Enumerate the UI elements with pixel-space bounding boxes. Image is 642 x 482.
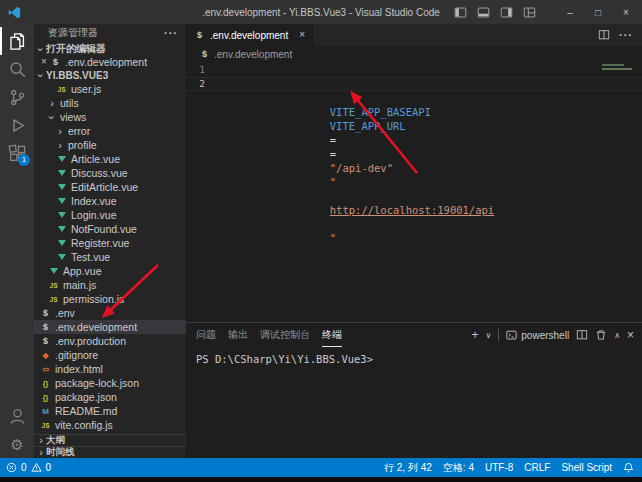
tree-item[interactable]: package-lock.json <box>34 376 186 390</box>
tree-item[interactable]: App.vue <box>34 264 186 278</box>
panel-tab[interactable]: 终端 <box>322 323 342 347</box>
maximize-button[interactable] <box>592 7 604 18</box>
open-editors-header[interactable]: 打开的编辑器 <box>34 42 186 56</box>
tree-item[interactable]: user.js <box>34 82 186 96</box>
cursor-position-indicator[interactable]: 行 2, 列 42 <box>384 461 432 475</box>
tree-item[interactable]: Register.vue <box>34 236 186 250</box>
file-name: Index.vue <box>71 195 117 207</box>
layout-controls <box>454 6 536 19</box>
minimap-line <box>602 64 624 66</box>
tree-item[interactable]: .env.production <box>34 334 186 348</box>
folder-chevron-icon <box>55 126 65 137</box>
activity-item-account[interactable] <box>0 402 34 430</box>
shell-selector[interactable]: powershell <box>506 330 569 341</box>
tree-item[interactable]: views <box>34 110 186 124</box>
language-mode-indicator[interactable]: Shell Script <box>561 462 612 473</box>
more-actions-icon[interactable] <box>164 27 178 39</box>
close-panel-icon[interactable]: × <box>627 329 634 341</box>
sidebar-title: 资源管理器 <box>48 26 98 40</box>
more-actions-icon[interactable] <box>619 29 633 41</box>
tree-item[interactable]: profile <box>34 138 186 152</box>
file-icon <box>193 29 206 41</box>
eol-indicator[interactable]: CRLF <box>524 462 550 473</box>
maximize-panel-icon[interactable]: ∧ <box>614 331 620 340</box>
activity-item-search[interactable] <box>0 55 34 83</box>
file-name: views <box>60 111 86 123</box>
notifications-bell-icon[interactable] <box>623 462 634 473</box>
error-icon <box>6 462 17 473</box>
tree-item[interactable]: package.json <box>34 390 186 404</box>
breadcrumb-item[interactable]: .env.development <box>214 49 292 60</box>
tree-item[interactable]: vite.config.js <box>34 418 186 432</box>
open-editor-item[interactable]: .env.development <box>34 56 186 68</box>
breadcrumb[interactable]: .env.development <box>186 46 642 62</box>
new-terminal-icon[interactable]: + <box>471 329 478 341</box>
tree-item[interactable]: Login.vue <box>34 208 186 222</box>
toggle-sidebar-icon[interactable] <box>454 6 467 19</box>
sidebar-section-header[interactable]: 大纲 <box>34 434 186 446</box>
panel-tab[interactable]: 输出 <box>228 323 248 347</box>
tree-item[interactable]: index.html <box>34 362 186 376</box>
kill-terminal-icon[interactable] <box>595 329 607 341</box>
tree-item[interactable]: Article.vue <box>34 152 186 166</box>
activity-item-run-debug[interactable] <box>0 111 34 139</box>
tree-item[interactable]: .env.development <box>34 320 186 334</box>
tree-item[interactable]: Test.vue <box>34 250 186 264</box>
tree-item[interactable]: main.js <box>34 278 186 292</box>
file-icon <box>39 377 52 389</box>
close-window-button[interactable] <box>620 7 632 18</box>
panel-tab[interactable]: 问题 <box>196 323 216 347</box>
tree-item[interactable]: error <box>34 124 186 138</box>
activity-item-extensions[interactable]: 1 <box>0 139 34 167</box>
tree-item[interactable]: .env <box>34 306 186 320</box>
toggle-panel-icon[interactable] <box>477 6 490 19</box>
activity-item-settings[interactable]: ⚙ <box>0 430 34 458</box>
file-icon <box>55 153 68 165</box>
code-line[interactable]: 1 VITE_APP_BASEAPI = "/api-dev" <box>186 63 642 77</box>
tree-item[interactable]: utils <box>34 96 186 110</box>
tree-item[interactable]: EditArticle.vue <box>34 180 186 194</box>
minimize-button[interactable] <box>564 7 576 18</box>
chevron-right-icon <box>36 447 46 458</box>
editor-tab[interactable]: .env.development <box>186 24 314 46</box>
gear-icon: ⚙ <box>10 437 23 452</box>
terminal-output[interactable]: PS D:\CSharp\Yi\Yi.BBS.Vue3> <box>186 347 642 458</box>
line-number: 1 <box>186 63 216 77</box>
customize-layout-icon[interactable] <box>523 6 536 19</box>
tree-item[interactable]: NotFound.vue <box>34 222 186 236</box>
tree-item[interactable]: Index.vue <box>34 194 186 208</box>
file-icon <box>39 391 52 403</box>
tree-item[interactable]: README.md <box>34 404 186 418</box>
tree-item[interactable]: Discuss.vue <box>34 166 186 180</box>
minimap[interactable] <box>600 62 642 322</box>
code-line[interactable]: 2 VITE_APP_URL = " http://loca <box>186 77 642 91</box>
file-icon <box>39 335 52 347</box>
split-editor-icon[interactable] <box>598 29 610 41</box>
explorer-icon <box>8 32 27 51</box>
status-problems[interactable]: 0 0 <box>6 462 51 473</box>
code-editor[interactable]: 1 VITE_APP_BASEAPI = "/api-dev" <box>186 62 642 322</box>
panel-tab[interactable]: 调试控制台 <box>260 323 310 347</box>
indentation-indicator[interactable]: 空格: 4 <box>443 461 474 475</box>
toggle-secondary-sidebar-icon[interactable] <box>500 6 513 19</box>
chevron-down-icon <box>36 44 46 55</box>
close-icon[interactable] <box>39 57 49 67</box>
activity-item-source-control[interactable] <box>0 83 34 111</box>
tree-item[interactable]: permission.js <box>34 292 186 306</box>
code-token: http://localhost:19001/api <box>330 204 494 216</box>
file-icon <box>55 167 68 179</box>
terminal-dropdown-icon[interactable]: ∨ <box>485 331 491 340</box>
encoding-indicator[interactable]: UTF-8 <box>485 462 513 473</box>
activity-item-explorer[interactable] <box>0 27 34 55</box>
file-icon <box>55 181 68 193</box>
tree-item[interactable]: .gitignore <box>34 348 186 362</box>
sidebar-section-header[interactable]: 时间线 <box>34 446 186 458</box>
vscode-window: .env.development - Yi.BBS.Vue3 - Visual … <box>0 0 642 482</box>
sidebar-explorer: 资源管理器 打开的编辑器 .env.development YI.BB <box>34 24 186 458</box>
project-section-header[interactable]: YI.BBS.VUE3 <box>34 68 186 82</box>
file-name: permission.js <box>63 293 124 305</box>
file-icon <box>55 237 68 249</box>
split-terminal-icon[interactable] <box>576 329 588 341</box>
file-name: Login.vue <box>71 209 117 221</box>
close-tab-icon[interactable] <box>297 30 307 40</box>
